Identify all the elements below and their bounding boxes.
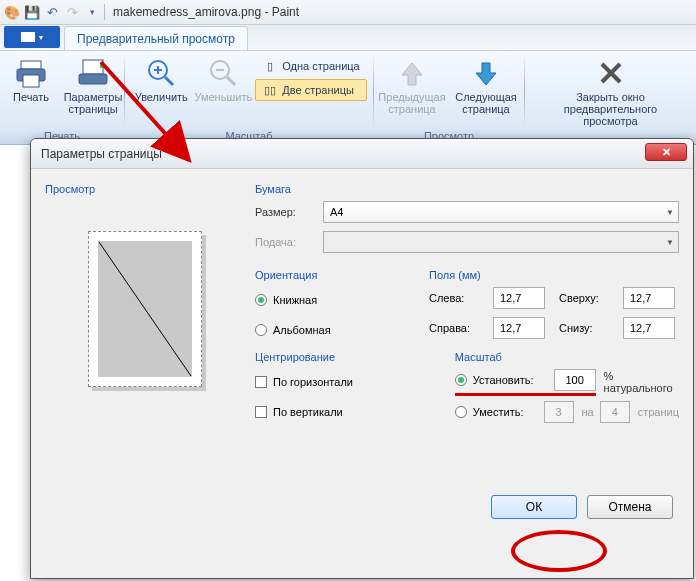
- one-page-button[interactable]: ▯Одна страница: [255, 55, 366, 77]
- margin-bottom-input[interactable]: 12,7: [623, 317, 675, 339]
- printer-icon: [15, 57, 47, 89]
- margins-label: Поля (мм): [429, 269, 679, 281]
- landscape-radio[interactable]: Альбомная: [255, 319, 415, 341]
- size-label: Размер:: [255, 206, 317, 218]
- two-pages-icon: ▯▯: [262, 82, 278, 98]
- two-pages-button[interactable]: ▯▯Две страницы: [255, 79, 366, 101]
- undo-icon[interactable]: ↶: [44, 4, 60, 20]
- margin-top-input[interactable]: 12,7: [623, 287, 675, 309]
- margin-right-label: Справа:: [429, 322, 483, 334]
- page-setup-dialog: Параметры страницы ✕ Просмотр Бумага Раз…: [30, 138, 694, 579]
- chevron-down-icon: ▼: [666, 238, 674, 247]
- close-icon: [595, 57, 627, 89]
- svg-line-14: [99, 242, 191, 376]
- margin-bottom-label: Снизу:: [559, 322, 613, 334]
- margin-left-input[interactable]: 12,7: [493, 287, 545, 309]
- zoom-in-icon: [145, 57, 177, 89]
- fit-width-input: 3: [544, 401, 574, 423]
- dialog-close-button[interactable]: ✕: [645, 143, 687, 161]
- svg-line-6: [165, 77, 173, 85]
- save-icon[interactable]: 💾: [24, 4, 40, 20]
- paper-label: Бумага: [255, 183, 679, 195]
- source-label: Подача:: [255, 236, 317, 248]
- ok-button[interactable]: ОК: [491, 495, 577, 519]
- margin-top-label: Сверху:: [559, 292, 613, 304]
- dialog-title-bar: Параметры страницы ✕: [31, 139, 693, 169]
- fit-height-input: 4: [600, 401, 630, 423]
- arrow-up-icon: [396, 57, 428, 89]
- ribbon: Печать Параметры страницы Печать Увеличи…: [0, 51, 696, 145]
- next-page-button[interactable]: Следующая страница: [450, 53, 522, 115]
- margin-left-label: Слева:: [429, 292, 483, 304]
- svg-rect-0: [21, 61, 41, 69]
- tab-print-preview[interactable]: Предварительный просмотр: [64, 26, 248, 50]
- centering-label: Центрирование: [255, 351, 441, 363]
- svg-line-10: [227, 77, 235, 85]
- page-setup-icon: [77, 57, 109, 89]
- quick-access-toolbar: 🎨 💾 ↶ ↷ ▾: [4, 4, 100, 20]
- portrait-radio[interactable]: Книжная: [255, 289, 415, 311]
- paper-source-combo: ▼: [323, 231, 679, 253]
- orientation-label: Ориентация: [255, 269, 415, 281]
- cancel-button[interactable]: Отмена: [587, 495, 673, 519]
- one-page-icon: ▯: [262, 58, 278, 74]
- ribbon-tabs: ▾ Предварительный просмотр: [0, 25, 696, 51]
- center-horizontal-check[interactable]: По горизонтали: [255, 371, 441, 393]
- paint-logo-icon: 🎨: [4, 4, 20, 20]
- svg-rect-2: [23, 75, 39, 87]
- adjust-to-radio[interactable]: [455, 374, 467, 386]
- print-button[interactable]: Печать: [1, 53, 61, 115]
- prev-page-button[interactable]: Предыдущая страница: [376, 53, 448, 115]
- redo-icon[interactable]: ↷: [64, 4, 80, 20]
- paper-size-combo[interactable]: A4▼: [323, 201, 679, 223]
- chevron-down-icon: ▼: [666, 208, 674, 217]
- qat-dropdown-icon[interactable]: ▾: [84, 4, 100, 20]
- title-bar: 🎨 💾 ↶ ↷ ▾ makemedress_amirova.png - Pain…: [0, 0, 696, 25]
- center-vertical-check[interactable]: По вертикали: [255, 401, 441, 423]
- margin-right-input[interactable]: 12,7: [493, 317, 545, 339]
- page-preview: [55, 231, 235, 481]
- window-title: makemedress_amirova.png - Paint: [113, 5, 299, 19]
- close-preview-button[interactable]: Закрыть окно предварительного просмотра: [538, 53, 684, 127]
- fit-to-radio[interactable]: [455, 406, 467, 418]
- zoom-out-button[interactable]: Уменьшить: [193, 53, 253, 103]
- page-setup-button[interactable]: Параметры страницы: [63, 53, 123, 115]
- zoom-out-icon: [207, 57, 239, 89]
- dialog-title: Параметры страницы: [41, 147, 162, 161]
- scale-percent-input[interactable]: 100: [554, 369, 596, 391]
- preview-label: Просмотр: [45, 183, 245, 195]
- svg-rect-4: [79, 74, 107, 84]
- scale-label: Масштаб: [455, 351, 679, 363]
- arrow-down-icon: [470, 57, 502, 89]
- annotation-circle: [511, 530, 607, 572]
- zoom-in-button[interactable]: Увеличить: [131, 53, 191, 103]
- file-menu-button[interactable]: ▾: [4, 26, 60, 48]
